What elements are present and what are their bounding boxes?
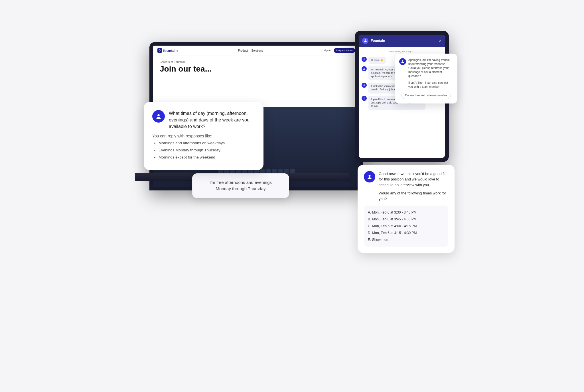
website-nav: ⬡ fountain Product Solutions Sign In Req… xyxy=(153,46,360,56)
slot-b: B. Mon, Feb 6 at 3:45 - 4:00 PM xyxy=(368,216,444,223)
good-news-avatar xyxy=(364,171,375,182)
fountain-logo-icon: ⬡ xyxy=(157,48,162,53)
reply-hint: You can reply with responses like: xyxy=(152,134,255,138)
nav-actions: Sign In Request Demo xyxy=(323,48,355,53)
nav-link-solutions: Solutions xyxy=(251,49,263,52)
chat-top-overlay: Apologies, but I'm having trouble unders… xyxy=(395,54,457,103)
chat-bubble-bot-1: Apologies, but I'm having trouble unders… xyxy=(399,58,453,78)
slot-d: D. Mon, Feb 6 at 4:15 - 4:30 PM xyxy=(368,229,444,236)
key xyxy=(290,169,295,173)
time-slots: A. Mon, Feb 6 at 3:30 - 3:45 PM B. Mon, … xyxy=(364,206,448,247)
nav-links: Product Solutions xyxy=(238,49,263,52)
nav-logo-text: fountain xyxy=(163,48,178,53)
user-reply-text: I'm free afternoons and eveningsMonday t… xyxy=(199,179,283,192)
website-hero: Careers at Fountain Join our tea... xyxy=(153,56,360,78)
hero-title: Join our tea... xyxy=(160,65,353,74)
msg-avatar-2 xyxy=(362,66,367,71)
example-1: Mornings and afternoons on weekdays xyxy=(159,141,255,146)
svg-point-6 xyxy=(157,114,160,116)
slot-c: C. Mon, Feb 6 at 4:00 - 4:15 PM xyxy=(368,223,444,229)
good-news-card: Good news - we think you'd be a good fit… xyxy=(358,165,455,253)
msg-avatar-1 xyxy=(362,57,367,62)
msg-bubble-1: Hi there 👋 xyxy=(368,57,386,64)
chat-widget-name: Fountain xyxy=(371,39,385,43)
bot-message-2: If you'd like - I can also connect you w… xyxy=(399,81,453,89)
msg-avatar-3 xyxy=(362,83,367,88)
demo-button[interactable]: Request Demo xyxy=(334,48,355,53)
svg-point-7 xyxy=(369,175,371,177)
svg-point-3 xyxy=(364,68,364,69)
example-list: Mornings and afternoons on weekdays Even… xyxy=(152,141,255,160)
msg-avatar-4 xyxy=(362,96,367,101)
good-news-question: Would any of the following times work fo… xyxy=(379,190,448,202)
example-3: Mornings except for the weekend xyxy=(159,155,255,160)
example-2: Evenings Monday through Thursday xyxy=(159,148,255,153)
good-news-text: Good news - we think you'd be a good fit… xyxy=(379,171,448,202)
good-news-header: Good news - we think you'd be a good fit… xyxy=(364,171,448,202)
slot-e: E. Show more xyxy=(368,236,444,243)
user-reply-card: I'm free afternoons and eveningsMonday t… xyxy=(192,173,289,198)
chat-close-button[interactable]: × xyxy=(439,38,441,43)
hero-subtitle: Careers at Fountain xyxy=(160,60,353,64)
svg-point-4 xyxy=(364,84,364,85)
key xyxy=(260,169,265,173)
key xyxy=(278,169,283,173)
question-header: What times of day (morning, afternoon, e… xyxy=(152,110,255,130)
key xyxy=(266,169,271,173)
key xyxy=(284,169,289,173)
question-card: What times of day (morning, afternoon, e… xyxy=(144,102,263,170)
chat-widget-avatar-icon xyxy=(362,38,368,44)
chat-widget-header: Fountain × xyxy=(359,35,445,47)
bot-avatar-small xyxy=(399,58,406,65)
good-news-intro: Good news - we think you'd be a good fit… xyxy=(379,171,448,188)
svg-point-2 xyxy=(364,58,364,59)
svg-point-1 xyxy=(365,39,366,40)
question-text: What times of day (morning, afternoon, e… xyxy=(169,110,255,130)
key xyxy=(272,169,277,173)
svg-point-5 xyxy=(364,98,364,98)
bot-message-1: Apologies, but I'm having trouble unders… xyxy=(408,58,453,78)
signin-button[interactable]: Sign In xyxy=(323,49,331,52)
svg-point-0 xyxy=(402,60,403,62)
question-avatar xyxy=(152,110,165,123)
connect-team-button[interactable]: Connect me with a team member xyxy=(401,92,451,99)
nav-link-product: Product xyxy=(238,49,248,52)
nav-logo: ⬡ fountain xyxy=(157,48,178,53)
slot-a: A. Mon, Feb 6 at 3:30 - 3:45 PM xyxy=(368,209,444,216)
chat-widget-title: Fountain xyxy=(362,38,385,44)
